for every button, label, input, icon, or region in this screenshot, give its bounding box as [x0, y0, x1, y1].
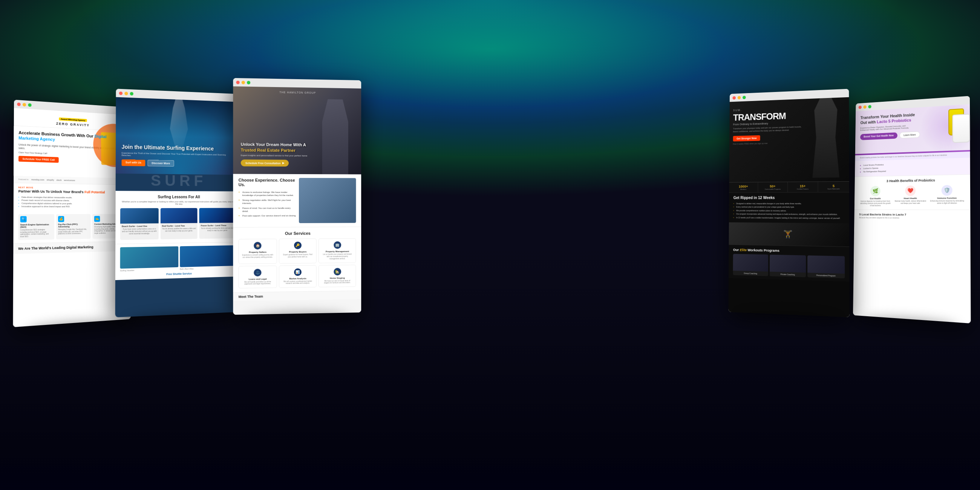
w3-market-title: Market Analysis	[282, 277, 314, 280]
w1-partner-shopify: shopify	[47, 179, 54, 181]
w3-sellers-desc: Experience a smooth selling journey with…	[242, 254, 274, 259]
maximize-icon[interactable]	[130, 92, 134, 95]
close-icon[interactable]	[17, 102, 21, 106]
w5-benefit-icons-grid: 🌿 Gut Health Improve digestion by breaki…	[859, 185, 965, 207]
w3-legal-desc: We will handle and follow up all the pap…	[242, 280, 274, 285]
w4-gyms-count: 5	[821, 184, 847, 188]
w2-level1-title: Beach Surfer - Level One	[122, 225, 157, 228]
close-icon[interactable]	[119, 91, 123, 95]
w1-cta-button[interactable]: Schedule Your FREE Call	[19, 156, 59, 162]
w3-cta-label: Schedule Free Consultation	[245, 162, 281, 165]
w5-three-benefits: 3 Health Benefits of Probiotics 🌿 Gut He…	[854, 174, 970, 210]
w5-hero: Transform Your Health Inside Out with La…	[855, 104, 970, 154]
w1-service-seo: 🔍 Search Engine Optimisation (SEO) Compr…	[18, 214, 54, 240]
minimize-icon[interactable]	[242, 81, 245, 84]
w1-seo-icon: 🔍	[21, 216, 27, 223]
w2-gallery-label-1: Surfing Vacation	[120, 267, 179, 271]
w1-partner-servicenow: servicenow	[64, 179, 75, 182]
w2-lessons-section: Surfing Lessons For All Whether you're a…	[115, 191, 240, 243]
w3-choose-section: Choose Experience. Choose Us. Access to …	[233, 174, 361, 227]
w3-logo: THE HAMILTON GROUP	[279, 91, 316, 94]
close-icon[interactable]	[859, 105, 862, 109]
w2-card-level3: Power Surfer - Level Three You're alread…	[199, 208, 235, 239]
minimize-icon[interactable]	[863, 105, 866, 108]
w2-level-cards: Beach Surfer - Level One If you have nev…	[120, 208, 235, 240]
w4-bullet-5: In 12 weeks you'll see a visible transfo…	[733, 216, 844, 220]
w4-members-label: Members	[731, 188, 756, 190]
w4-trainers-label: Certified Trainers	[790, 188, 815, 190]
w4-program-personalized: Personalized Program	[807, 255, 845, 278]
w2-discover-button[interactable]: Discover More	[147, 160, 174, 167]
w2-card-body-1: Beach Surfer - Level One If you have nev…	[120, 224, 159, 240]
w3-management-icon: 🏢	[334, 241, 341, 249]
maximize-icon[interactable]	[28, 103, 31, 107]
w3-legal-icon: ⚖️	[254, 269, 262, 276]
w2-card-level1: Beach Surfer - Level One If you have nev…	[120, 208, 159, 240]
w2-lessons-subtext: Whether you're a complete beginner or lo…	[120, 200, 235, 205]
w5-bacteria-section: 5 Local Bacteria Strains in Lacto 7 Beca…	[854, 210, 970, 223]
w3-staging-desc: We have our own in-house team of stagers…	[321, 280, 353, 285]
w3-service-sellers: 🏠 Property Sellers Experience a smooth s…	[239, 239, 277, 264]
w1-partner-monday: monday.com	[31, 178, 45, 181]
w3-hero: THE HAMILTON GROUP Unlock Your Dream Hom…	[233, 86, 361, 174]
w4-ripped-section: Get Ripped in 12 Weeks Designed to deliv…	[729, 192, 849, 223]
w4-programs-heading: Our Elite Workouts Programs	[733, 248, 845, 254]
w1-service-ppc: 💰 Pay-Per-Click (PPC) Advertising Managi…	[56, 214, 91, 240]
w5-benefit-list: Local Strains Probiotics Locked in Spore…	[860, 161, 964, 174]
w1-bottom-heading: We Are The World's Leading Digital Marke…	[18, 245, 126, 251]
w2-level2-desc: You've already paddled the waves a littl…	[162, 228, 196, 232]
w5-learn-button[interactable]: Learn More	[899, 131, 920, 138]
w2-gallery-img-2	[180, 245, 235, 267]
w3-service-management: 🏢 Property Management Let us handle your…	[318, 238, 356, 263]
w4-hero-heading: TRANSFORM	[733, 111, 807, 122]
w3-property-photo	[299, 178, 356, 223]
w1-seo-title: Search Engine Optimisation (SEO)	[21, 223, 52, 228]
w4-group-label: Group Coaching	[733, 270, 768, 276]
maximize-icon[interactable]	[247, 81, 250, 84]
maximize-icon[interactable]	[868, 105, 871, 108]
minimize-icon[interactable]	[22, 103, 26, 107]
w4-private-label: Private Coaching	[770, 271, 806, 277]
w4-program-cards: Group Coaching Private Coaching Personal…	[733, 254, 845, 278]
w4-ripped-heading: Get Ripped in 12 Weeks	[733, 196, 845, 200]
w5-boost-button[interactable]: Boost Your Gut Health Now	[860, 132, 897, 140]
w3-feature-1: Access to exclusive listings: We have in…	[239, 190, 297, 198]
w3-hero-heading: Unlock Your Dream Home With A Trusted Re…	[241, 142, 320, 153]
w4-members-count: 1000+	[731, 185, 756, 188]
w5-tagline: World's leading probiotic live better an…	[860, 154, 947, 159]
minimize-icon[interactable]	[738, 96, 741, 99]
w2-gallery-grid: Surfing Vacation Bali's Best Villas	[120, 245, 236, 271]
browser-content-1: Award Winning Agency ZERO GRAVITY Accele…	[13, 108, 131, 327]
w2-card-img-3	[199, 208, 235, 223]
w3-sellers-title: Property Sellers	[242, 251, 274, 254]
w3-features-list: Access to exclusive listings: We have in…	[239, 190, 297, 218]
w3-sellers-icon: 🏠	[254, 242, 262, 250]
maximize-icon[interactable]	[743, 96, 746, 99]
w3-buyers-icon: 🔑	[294, 242, 302, 249]
w1-ppc-title: Pay-Per-Click (PPC) Advertising	[58, 223, 89, 228]
w2-hero-subtext: Experience the Thrill of the Ocean and D…	[122, 152, 234, 158]
w3-buyers-desc: Expert guidance for home buyers. Find yo…	[282, 254, 314, 258]
w3-cta-arrow-icon: ▶	[282, 162, 284, 165]
close-icon[interactable]	[236, 81, 240, 84]
w2-level1-desc: If you have never surfed before come on …	[122, 228, 157, 235]
close-icon[interactable]	[732, 96, 736, 100]
w5-benefit-immune: 🛡️ Immune Function Enhancing immune resp…	[929, 185, 964, 207]
w2-card-level2: Reef Surfer - Level Two You've already p…	[160, 208, 197, 239]
w4-private-img	[770, 255, 806, 272]
w4-programs-section: Our Elite Workouts Programs Group Coachi…	[729, 244, 850, 281]
w3-cta-button[interactable]: Schedule Free Consultation ▶	[241, 159, 289, 167]
w5-immune-title: Immune Function	[929, 197, 964, 199]
w2-level3-title: Power Surfer - Level Three	[201, 224, 234, 227]
w1-seo-desc: Comprehensive SEO strategies including t…	[21, 228, 52, 238]
w5-heart-desc: Maintain body health, reduce inflammatio…	[894, 200, 927, 205]
w3-services-grid: 🏠 Property Sellers Experience a smooth s…	[239, 238, 356, 288]
w3-content-half: Choose Experience. Choose Us. Access to …	[239, 178, 356, 224]
w1-bullets-list: Data-driven strategies that deliver meas…	[19, 195, 125, 208]
w2-surf-button[interactable]: Surf with Us	[122, 159, 145, 166]
minimize-icon[interactable]	[124, 92, 128, 95]
w2-hero: Join the Ultimate Surfing Experience Exp…	[116, 97, 239, 175]
w4-cta-button[interactable]: Get Stronger Now	[733, 135, 760, 142]
browser-window-probiotics: Transform Your Health Inside Out with La…	[853, 96, 971, 323]
w4-program-group: Group Coaching	[733, 254, 768, 276]
